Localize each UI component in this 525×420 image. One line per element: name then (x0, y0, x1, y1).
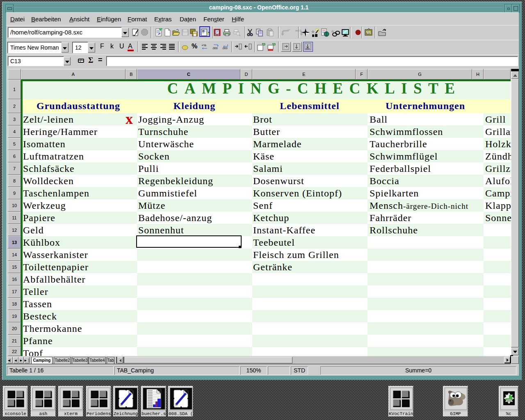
svg-text:.000: .000 (222, 47, 228, 50)
svg-text:+%: +% (201, 43, 206, 47)
svg-text:.000: .000 (212, 47, 218, 50)
